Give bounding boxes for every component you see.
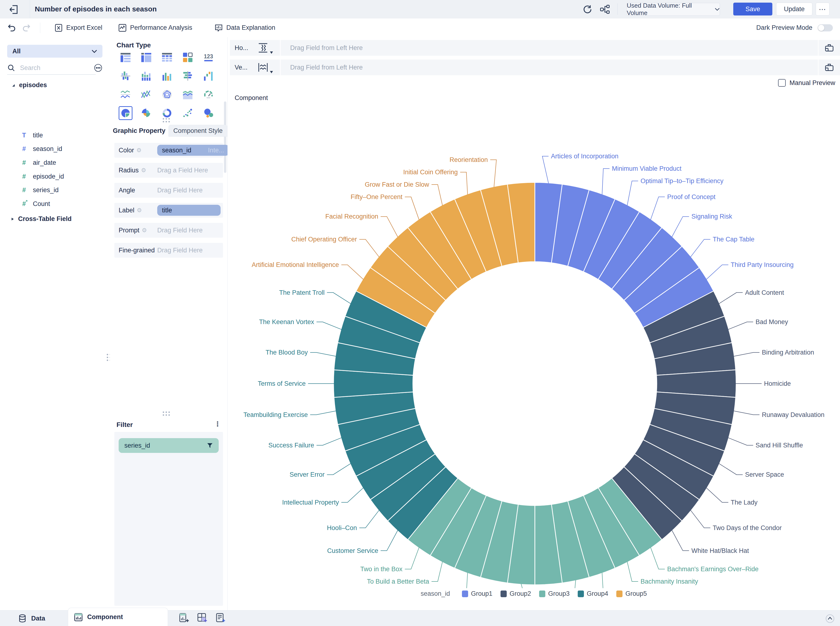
data-volume-dropdown[interactable]: Used Data Volume: Full Volume [627, 3, 720, 16]
chart-type-line-sharp-icon[interactable] [139, 88, 153, 102]
label-leader-line [672, 216, 689, 237]
chart-type-gauge-icon[interactable] [202, 88, 215, 102]
slice-label: The Keenan Vortex [259, 318, 314, 326]
export-excel-button[interactable]: Export Excel [54, 18, 102, 37]
update-button[interactable]: Update [776, 3, 812, 16]
format-brush-icon[interactable] [818, 40, 840, 56]
tree-node-episodes[interactable]: episodes [11, 81, 47, 89]
chart-type-pie-rose-icon[interactable] [139, 106, 153, 120]
filter-menu-icon[interactable]: ⋮ [214, 420, 219, 430]
chart-type-number-card-icon[interactable]: 123 [202, 50, 215, 64]
label-leader-line [672, 530, 689, 551]
chart-type-table-detail-icon[interactable] [139, 50, 153, 64]
chart-type-bubble-icon[interactable] [202, 106, 215, 120]
label-leader-line [573, 580, 579, 588]
search-options-icon[interactable] [94, 64, 102, 72]
property-row-color[interactable]: Color ⚙season_idInte... [114, 143, 223, 158]
legend-item-group1[interactable]: Group1 [462, 590, 492, 598]
vertical-axis-icon[interactable] [251, 59, 280, 75]
slice-label: Bachmanity Insanity [641, 578, 698, 585]
donut-chart: ReorientationInitial Coin OfferingGrow F… [227, 91, 840, 588]
slice-label: Teambuilding Exercise [243, 411, 308, 418]
slice-label: Binding Arbitration [762, 349, 814, 356]
slice-label: Proof of Concept [667, 193, 716, 200]
property-row-label[interactable]: Label ⚙title [114, 203, 223, 218]
refresh-icon[interactable] [583, 4, 592, 14]
app-window: Number of episodes in each season Used D… [0, 0, 840, 626]
chart-type-area-stacked-icon[interactable] [181, 88, 194, 102]
chart-type-table-grouped-icon[interactable] [119, 50, 132, 64]
property-row-angle[interactable]: AngleDrag Field Here [114, 183, 223, 198]
field-item-title[interactable]: Ttitle [20, 130, 43, 141]
chart-type-table-cross-icon[interactable] [160, 50, 174, 64]
lineage-icon[interactable] [600, 4, 610, 14]
legend-item-group4[interactable]: Group4 [578, 590, 608, 598]
legend-item-group5[interactable]: Group5 [616, 590, 647, 598]
chart-type-bar-stacked-icon[interactable] [139, 69, 153, 83]
chart-type-kpi-card-icon[interactable] [181, 50, 194, 64]
more-button[interactable]: ⋯ [816, 3, 829, 16]
chart-type-scatter-icon[interactable] [181, 106, 194, 120]
filter-resize-handle[interactable] [163, 412, 175, 416]
field-pill-title[interactable]: title [157, 205, 221, 216]
field-item-Count[interactable]: #*Count [20, 199, 50, 209]
chart-type-bar-horizontal-icon[interactable] [181, 69, 194, 83]
chart-type-radar-icon[interactable] [160, 88, 174, 102]
filter-pill-series-id[interactable]: series_id [119, 438, 219, 453]
horizontal-axis-icon[interactable] [251, 40, 280, 56]
gear-icon[interactable]: ⚙ [137, 207, 142, 214]
tab-graphic-property[interactable]: Graphic Property [110, 125, 168, 137]
tree-expanded-icon [11, 83, 15, 87]
add-dashboard-icon[interactable] [197, 612, 208, 624]
field-item-season_id[interactable]: #season_id [20, 144, 62, 154]
label-leader-line [342, 488, 363, 502]
label-leader-line [490, 160, 497, 187]
dark-preview-toggle[interactable] [818, 24, 833, 31]
slice-label: Homicide [764, 380, 791, 387]
performance-analysis-button[interactable]: Performance Analysis [118, 18, 192, 37]
chart-type-pie-icon[interactable] [119, 106, 132, 120]
legend-item-group3[interactable]: Group3 [539, 590, 570, 598]
tab-component[interactable]: Component [68, 608, 168, 626]
field-pill-season_id[interactable]: season_idInte... [157, 145, 229, 156]
manual-preview-checkbox[interactable] [778, 79, 786, 87]
back-icon[interactable] [9, 4, 19, 15]
property-row-fine-grained[interactable]: Fine-grainedDrag Field Here [114, 243, 223, 258]
chart-type-line-multi-icon[interactable] [119, 88, 132, 102]
chart-type-waterfall-icon[interactable] [202, 69, 215, 83]
chart-type-bar-axis-icon[interactable] [119, 69, 132, 83]
label-leader-line [728, 322, 753, 330]
gear-icon[interactable]: ⚙ [141, 167, 146, 174]
field-item-episode_id[interactable]: #episode_id [20, 171, 64, 182]
search-input[interactable] [20, 64, 85, 72]
add-report-icon[interactable] [215, 612, 226, 624]
search-icon [7, 64, 15, 72]
vertical-label: Ve... [235, 64, 251, 71]
gear-icon[interactable]: ⚙ [136, 147, 142, 153]
filter-dropzone[interactable]: series_id [114, 432, 223, 606]
tree-root-label: episodes [19, 81, 47, 89]
gear-icon[interactable]: ⚙ [142, 227, 147, 233]
collapse-panel-icon[interactable] [825, 614, 835, 623]
dataset-selector[interactable]: All [7, 45, 102, 58]
horizontal-dropzone[interactable]: Ho... Drag Field from Left Here [230, 40, 840, 56]
format-brush-icon[interactable] [818, 59, 840, 75]
tab-data[interactable]: Data [18, 610, 45, 626]
add-chart-icon[interactable] [179, 612, 190, 624]
field-item-air_date[interactable]: #air_date [20, 157, 56, 168]
tree-node-cross-table[interactable]: Cross-Table Field [11, 215, 72, 223]
field-item-series_id[interactable]: #series_id [20, 185, 59, 195]
property-row-prompt[interactable]: Prompt ⚙Drag Field Here [114, 223, 223, 238]
panel-scrollbar[interactable] [224, 102, 226, 173]
undo-button[interactable] [7, 18, 16, 37]
charttype-resize-handle[interactable] [163, 118, 175, 122]
save-button[interactable]: Save [733, 3, 773, 16]
data-explanation-button[interactable]: Data Explanation [215, 18, 276, 37]
label-leader-line [342, 265, 363, 279]
legend-item-group2[interactable]: Group2 [500, 590, 531, 598]
redo-button[interactable] [22, 18, 31, 37]
vertical-dropzone[interactable]: Ve... Drag Field from Left Here [230, 59, 840, 75]
chart-type-bar-multi-icon[interactable] [160, 69, 174, 83]
tab-component-style[interactable]: Component Style [168, 125, 227, 137]
property-row-radius[interactable]: Radius ⚙Drag a Field Here [114, 163, 223, 178]
